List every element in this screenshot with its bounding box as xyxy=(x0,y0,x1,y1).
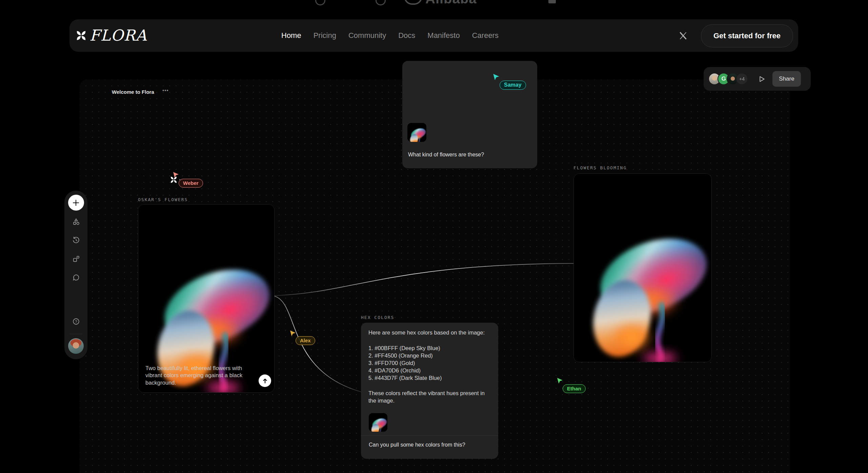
comments-tool-button[interactable] xyxy=(68,270,84,285)
oskar-node-label: OSKAR'S FLOWERS xyxy=(138,197,188,202)
board-title: Welcome to Flora xyxy=(112,89,154,95)
templates-tool-button[interactable] xyxy=(68,251,84,266)
play-icon xyxy=(758,75,766,83)
user-avatar[interactable] xyxy=(68,338,84,354)
plus-icon xyxy=(72,199,80,207)
history-tool-button[interactable] xyxy=(68,232,84,248)
arrow-up-icon xyxy=(262,378,268,384)
blooming-node-label: FLOWERS BLOOMING xyxy=(573,165,627,170)
hex-color-item: 4. #DA70D6 (Orchid) xyxy=(368,367,421,374)
shapes-icon xyxy=(72,218,80,225)
hex-node-label: HEX COLORS xyxy=(361,315,394,320)
collaboration-bar: G +4 Share xyxy=(704,67,811,91)
x-twitter-icon[interactable] xyxy=(676,29,690,42)
upload-arrow-button[interactable] xyxy=(259,374,271,387)
help-button[interactable]: ? xyxy=(68,314,84,329)
nav-link-docs[interactable]: Docs xyxy=(398,31,415,40)
partner-logo-icon xyxy=(376,0,386,5)
chat-node-top[interactable]: What kind of flowers are these? xyxy=(402,61,537,168)
flowers-blooming-node[interactable] xyxy=(573,173,712,362)
flower-thumbnail[interactable] xyxy=(407,123,426,142)
divider xyxy=(361,435,498,436)
canvas-toolbar: ? xyxy=(64,191,87,359)
nav-link-careers[interactable]: Careers xyxy=(472,31,499,40)
alibaba-swoosh-icon xyxy=(404,0,422,5)
hex-color-item: 2. #FF4500 (Orange Red) xyxy=(368,352,433,359)
hex-intro: Here are some hex colors based on the im… xyxy=(368,329,490,336)
get-started-button[interactable]: Get started for free xyxy=(701,24,793,47)
flora-petals-icon xyxy=(76,30,86,41)
hex-color-item: 1. #00BFFF (Deep Sky Blue) xyxy=(368,344,440,352)
board-flora-icon[interactable] xyxy=(170,176,177,184)
collaborator-overflow-badge[interactable]: +4 xyxy=(736,73,748,85)
partner-logo-icon xyxy=(548,0,556,3)
partner-logo-icon xyxy=(315,0,325,5)
nav-link-community[interactable]: Community xyxy=(348,31,386,40)
chevron-down-icon[interactable] xyxy=(179,179,183,181)
top-navigation-bar: FLORA Home Pricing Community Docs Manife… xyxy=(69,19,798,52)
hex-color-item: 3. #FFD700 (Gold) xyxy=(368,359,415,367)
nav-link-pricing[interactable]: Pricing xyxy=(314,31,336,40)
hex-question: Can you pull some hex colors from this? xyxy=(369,442,465,448)
chat-question: What kind of flowers are these? xyxy=(408,152,484,158)
hex-colors-node[interactable]: Here are some hex colors based on the im… xyxy=(361,323,498,459)
hex-color-item: 5. #443D7F (Dark Slate Blue) xyxy=(368,374,442,382)
partner-logos-row: Alibaba xyxy=(0,0,868,5)
oskar-flowers-node[interactable]: Two beautifully lit, ethereal flowers wi… xyxy=(138,204,275,393)
add-node-button[interactable] xyxy=(68,195,84,211)
alibaba-logo: Alibaba xyxy=(425,0,477,5)
share-button[interactable]: Share xyxy=(772,71,801,87)
board-menu-dots[interactable]: ••• xyxy=(162,87,169,93)
play-button[interactable] xyxy=(755,73,768,85)
svg-text:?: ? xyxy=(75,319,77,323)
flower-thumbnail[interactable] xyxy=(369,413,387,432)
collaborator-avatars: G +4 xyxy=(708,73,748,85)
brand-wordmark: FLORA xyxy=(89,28,147,43)
blocks-icon xyxy=(72,255,80,263)
hex-outro: These colors reflect the vibrant hues pr… xyxy=(368,389,488,405)
flower-image xyxy=(574,174,711,362)
flora-logo[interactable]: FLORA xyxy=(76,28,147,43)
help-icon: ? xyxy=(72,318,80,325)
nav-links: Home Pricing Community Docs Manifesto Ca… xyxy=(281,19,499,52)
nav-link-manifesto[interactable]: Manifesto xyxy=(427,31,460,40)
image-caption: Two beautifully lit, ethereal flowers wi… xyxy=(145,365,255,387)
chat-bubble-icon xyxy=(72,274,80,281)
flora-landing-page: Alibaba FLORA Home Pricing Community Doc… xyxy=(0,0,868,473)
nav-link-home[interactable]: Home xyxy=(281,31,301,40)
divider xyxy=(70,334,82,334)
history-icon xyxy=(72,236,80,244)
shapes-tool-button[interactable] xyxy=(68,214,84,229)
